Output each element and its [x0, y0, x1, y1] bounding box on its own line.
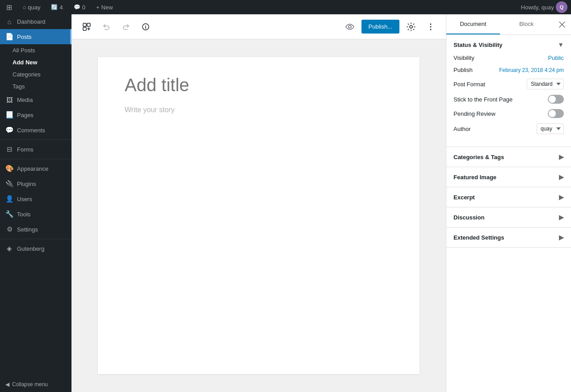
- stick-front-page-label: Stick to the Front Page: [453, 96, 512, 103]
- pending-review-label: Pending Review: [453, 110, 495, 117]
- new-item[interactable]: + New: [93, 0, 116, 14]
- more-options-button[interactable]: [423, 19, 439, 35]
- posts-icon: 📄: [5, 33, 13, 41]
- sidebar-item-gutenberg[interactable]: ◈ Gutenberg: [0, 241, 71, 256]
- admin-bar: ⊞ ⌂ quay 🔄 4 💬 0 + New Howdy, quay Q: [0, 0, 571, 14]
- pending-review-row: Pending Review: [453, 109, 564, 118]
- sidebar-item-tools[interactable]: 🔧 Tools: [0, 207, 71, 222]
- pending-review-toggle[interactable]: [548, 109, 564, 118]
- sidebar-subitem-all-posts[interactable]: All Posts: [0, 44, 71, 56]
- sidebar-item-label-gutenberg: Gutenberg: [17, 245, 44, 252]
- featured-image-header[interactable]: Featured Image ▶: [446, 167, 571, 187]
- post-format-select[interactable]: Standard: [527, 79, 564, 89]
- extended-settings-title: Extended Settings: [453, 234, 504, 241]
- sidebar-divider-2: [0, 159, 71, 159]
- undo-button[interactable]: [98, 19, 114, 35]
- status-visibility-header[interactable]: Status & Visibility ▼: [446, 35, 571, 55]
- author-select[interactable]: quay: [537, 123, 564, 134]
- author-row: Author quay: [453, 123, 564, 134]
- add-block-button[interactable]: [79, 19, 95, 35]
- publish-row: Publish February 23, 2018 4:24 pm: [453, 67, 564, 73]
- visibility-value[interactable]: Public: [548, 55, 564, 61]
- updates-icon: 🔄: [51, 4, 58, 10]
- user-avatar[interactable]: Q: [556, 1, 567, 13]
- sidebar-item-pages[interactable]: 📃 Pages: [0, 107, 71, 122]
- publish-date-value[interactable]: February 23, 2018 4:24 pm: [499, 67, 564, 73]
- post-title-input[interactable]: [125, 75, 393, 95]
- panel-tabs: Document Block: [446, 14, 571, 35]
- svg-point-12: [430, 29, 432, 30]
- preview-button[interactable]: [342, 19, 358, 35]
- more-options-icon: [426, 22, 435, 31]
- excerpt-chevron: ▶: [559, 194, 564, 201]
- settings-panel-button[interactable]: [403, 19, 419, 35]
- panel-close-button[interactable]: [553, 14, 571, 34]
- sidebar-item-settings[interactable]: ⚙ Settings: [0, 222, 71, 237]
- sidebar-item-label-appearance: Appearance: [17, 165, 48, 172]
- collapse-icon: ◀: [5, 381, 9, 388]
- sidebar-subitem-add-new[interactable]: Add New: [0, 56, 71, 68]
- content-placeholder-text: Write your story: [125, 106, 175, 114]
- svg-rect-2: [83, 27, 86, 30]
- wp-logo-item[interactable]: ⊞: [4, 0, 15, 14]
- updates-item[interactable]: 🔄 4: [48, 0, 65, 14]
- site-name: quay: [28, 4, 40, 11]
- toolbar-right: Publish...: [342, 19, 439, 35]
- sidebar-item-users[interactable]: 👤 Users: [0, 191, 71, 207]
- tab-block[interactable]: Block: [500, 14, 554, 34]
- add-new-label: Add New: [13, 59, 38, 66]
- sidebar-item-media[interactable]: 🖼 Media: [0, 93, 71, 107]
- sidebar-item-forms[interactable]: ⊟ Forms: [0, 142, 71, 157]
- collapse-menu-button[interactable]: ◀ Collapse menu: [0, 377, 71, 392]
- extended-settings-header[interactable]: Extended Settings ▶: [446, 228, 571, 247]
- excerpt-header[interactable]: Excerpt ▶: [446, 187, 571, 207]
- info-button[interactable]: [138, 19, 154, 35]
- svg-point-10: [430, 23, 432, 25]
- sidebar-item-appearance[interactable]: 🎨 Appearance: [0, 161, 71, 176]
- tab-block-label: Block: [519, 21, 533, 27]
- sidebar-item-comments[interactable]: 💬 Comments: [0, 122, 71, 138]
- comments-item[interactable]: 💬 0: [71, 0, 88, 14]
- site-name-item[interactable]: ⌂ quay: [20, 0, 43, 14]
- post-content-area[interactable]: Write your story: [125, 106, 393, 114]
- tab-document[interactable]: Document: [446, 14, 500, 34]
- editor-body[interactable]: Write your story: [71, 39, 446, 392]
- pages-icon: 📃: [5, 111, 13, 119]
- collapse-label: Collapse menu: [12, 381, 48, 388]
- sidebar-divider-3: [0, 239, 71, 239]
- info-icon: [142, 23, 150, 31]
- stick-front-page-row: Stick to the Front Page: [453, 95, 564, 104]
- sidebar: ⌂ Dashboard 📄 Posts All Posts Add New Ca…: [0, 14, 71, 392]
- tab-document-label: Document: [460, 21, 486, 27]
- redo-button[interactable]: [118, 19, 134, 35]
- post-format-label: Post Format: [453, 81, 485, 88]
- sidebar-item-label-posts: Posts: [17, 34, 32, 40]
- stick-front-page-toggle[interactable]: [548, 95, 564, 104]
- sidebar-item-plugins[interactable]: 🔌 Plugins: [0, 176, 71, 191]
- status-visibility-section: Status & Visibility ▼ Visibility Public …: [446, 35, 571, 147]
- comments-nav-icon: 💬: [5, 126, 13, 134]
- add-block-icon: [82, 22, 91, 31]
- forms-icon: ⊟: [5, 145, 13, 153]
- howdy-text: Howdy, quay: [521, 4, 554, 11]
- visibility-row: Visibility Public: [453, 55, 564, 61]
- sidebar-item-label-users: Users: [17, 196, 32, 202]
- excerpt-section: Excerpt ▶: [446, 187, 571, 207]
- svg-rect-0: [83, 23, 86, 26]
- publish-button[interactable]: Publish...: [361, 20, 399, 34]
- comments-icon: 💬: [74, 4, 80, 10]
- content-area: Publish...: [71, 14, 446, 392]
- extended-settings-section: Extended Settings ▶: [446, 228, 571, 248]
- all-posts-label: All Posts: [13, 47, 35, 54]
- discussion-header[interactable]: Discussion ▶: [446, 207, 571, 227]
- sidebar-item-dashboard[interactable]: ⌂ Dashboard: [0, 14, 71, 29]
- sidebar-item-label-comments: Comments: [17, 127, 45, 134]
- sidebar-subitem-categories[interactable]: Categories: [0, 68, 71, 80]
- excerpt-title: Excerpt: [453, 194, 475, 201]
- categories-tags-header[interactable]: Categories & Tags ▶: [446, 147, 571, 167]
- discussion-chevron: ▶: [559, 214, 564, 221]
- close-icon: [559, 21, 565, 28]
- undo-icon: [102, 23, 110, 31]
- sidebar-item-posts[interactable]: 📄 Posts: [0, 29, 71, 44]
- sidebar-subitem-tags[interactable]: Tags: [0, 80, 71, 93]
